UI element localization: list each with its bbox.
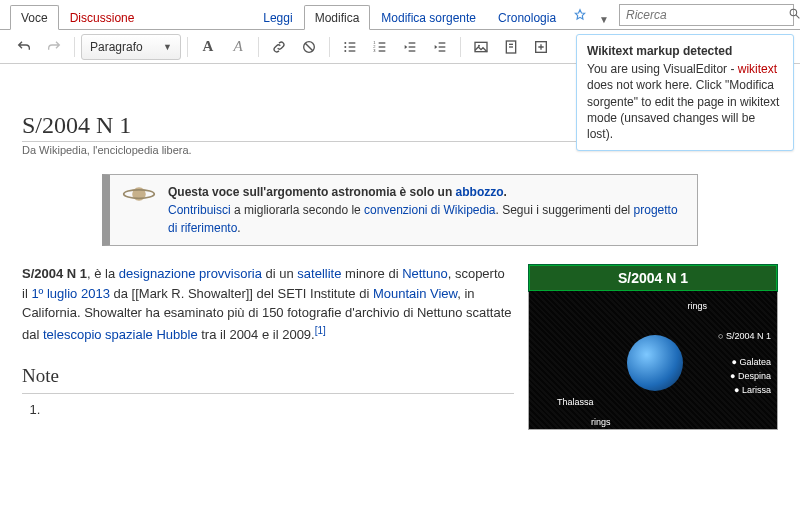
references-list (44, 400, 514, 420)
wikitext-warning-tooltip: Wikitext markup detected You are using V… (576, 34, 794, 151)
indent-button[interactable] (426, 34, 454, 60)
infobox-title: S/2004 N 1 (529, 265, 777, 291)
contribuisci-link[interactable]: Contribuisci (168, 203, 231, 217)
chevron-down-icon: ▼ (163, 42, 172, 52)
image-button[interactable] (467, 34, 495, 60)
format-dropdown-label: Paragrafo (90, 40, 143, 54)
outdent-button[interactable] (396, 34, 424, 60)
more-button[interactable] (527, 34, 555, 60)
svg-text:3: 3 (373, 48, 376, 53)
search-input[interactable] (620, 6, 783, 24)
italic-button[interactable]: A (224, 34, 252, 60)
stub-notice: Questa voce sull'argomento astronomia è … (102, 174, 698, 246)
link-mountain-view[interactable]: Mountain View (373, 286, 457, 301)
ref-1[interactable]: [1] (315, 325, 326, 336)
bold-button[interactable]: A (194, 34, 222, 60)
format-dropdown[interactable]: Paragrafo ▼ (81, 34, 181, 60)
tab-leggi[interactable]: Leggi (252, 5, 303, 29)
link-nettuno[interactable]: Nettuno (402, 266, 448, 281)
tab-voce[interactable]: Voce (10, 5, 59, 30)
top-tab-bar: Voce Discussione Leggi Modifica Modifica… (0, 0, 800, 30)
redo-button[interactable] (40, 34, 68, 60)
search-box (619, 4, 794, 26)
number-list-button[interactable]: 123 (366, 34, 394, 60)
svg-point-0 (790, 9, 797, 16)
abbozzo-link[interactable]: abbozzo (456, 185, 504, 199)
undo-button[interactable] (10, 34, 38, 60)
wikitext-link[interactable]: wikitext (738, 62, 777, 76)
bullet-list-button[interactable] (336, 34, 364, 60)
link-button[interactable] (265, 34, 293, 60)
svg-point-6 (344, 50, 346, 52)
svg-point-4 (344, 42, 346, 44)
clear-format-button[interactable] (295, 34, 323, 60)
link-year[interactable]: 2013 (81, 286, 110, 301)
link-satellite[interactable]: satellite (297, 266, 341, 281)
watch-star-icon[interactable] (567, 4, 593, 29)
link-designazione[interactable]: designazione provvisoria (119, 266, 262, 281)
link-hubble[interactable]: telescopio spaziale Hubble (43, 327, 198, 342)
reference-item (44, 400, 514, 420)
article-body: S/2004 N 1, è la designazione provvisori… (22, 264, 514, 419)
section-note: Note (22, 362, 514, 394)
infobox: S/2004 N 1 rings ○ S/2004 N 1 ● Galatea … (528, 264, 778, 430)
convenzioni-link[interactable]: convenzioni di Wikipedia (364, 203, 495, 217)
tab-modifica-sorgente[interactable]: Modifica sorgente (370, 5, 487, 29)
svg-line-3 (305, 43, 313, 51)
neptune-icon (627, 335, 683, 391)
infobox-image: rings ○ S/2004 N 1 ● Galatea ● Despina ●… (529, 291, 777, 429)
tooltip-title: Wikitext markup detected (587, 43, 783, 59)
svg-line-1 (796, 15, 799, 18)
search-icon[interactable] (783, 7, 800, 23)
tab-cronologia[interactable]: Cronologia (487, 5, 567, 29)
saturn-icon (122, 183, 156, 207)
link-date[interactable]: 1º luglio (31, 286, 77, 301)
reference-button[interactable] (497, 34, 525, 60)
tab-discussione[interactable]: Discussione (59, 5, 146, 29)
more-dropdown-icon[interactable]: ▼ (593, 10, 615, 29)
tab-modifica[interactable]: Modifica (304, 5, 371, 30)
svg-point-5 (344, 46, 346, 48)
